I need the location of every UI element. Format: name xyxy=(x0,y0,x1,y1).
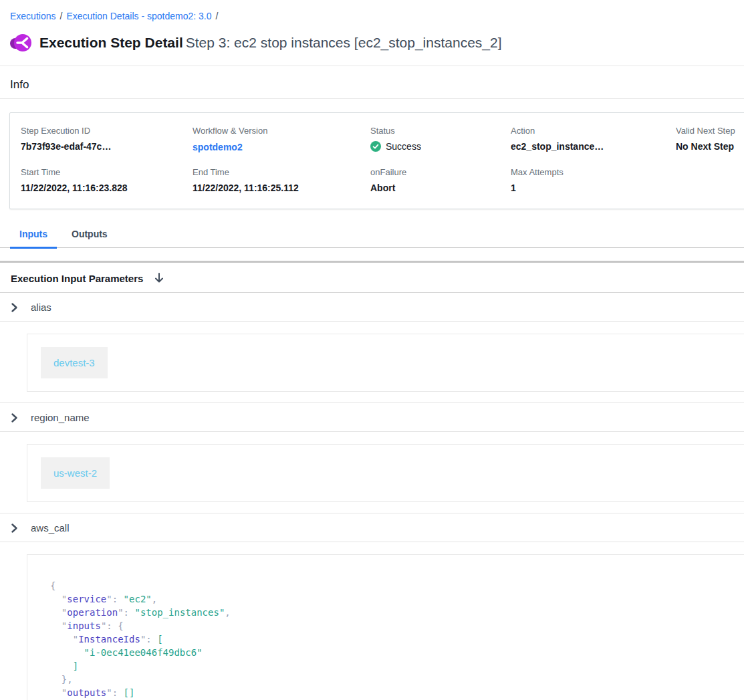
info-field-empty xyxy=(676,167,744,193)
field-label: Start Time xyxy=(21,167,193,177)
info-field-start-time: Start Time 11/22/2022, 11:16:23.828 xyxy=(21,167,193,193)
chevron-right-icon xyxy=(11,413,18,423)
section-card-aws-call: { "service": "ec2", "operation": "stop_i… xyxy=(27,554,744,700)
field-value: Abort xyxy=(370,183,511,193)
info-heading: Info xyxy=(10,78,744,92)
field-label: Step Execution ID xyxy=(21,126,193,136)
field-value: 1 xyxy=(511,183,676,193)
info-field-max-attempts: Max Attempts 1 xyxy=(511,167,676,193)
workflow-app-logo-icon xyxy=(9,31,32,54)
section-header-region-name[interactable]: region_name xyxy=(0,402,744,432)
workflow-link[interactable]: spotdemo2 xyxy=(193,142,243,152)
section-alias: alias devtest-3 xyxy=(0,293,744,392)
tab-inputs[interactable]: Inputs xyxy=(10,229,57,249)
info-field-onfailure: onFailure Abort xyxy=(370,167,511,193)
section-header-aws-call[interactable]: aws_call xyxy=(0,513,744,542)
field-label: Workflow & Version xyxy=(193,126,370,136)
info-field-valid-next-step: Valid Next Step No Next Step xyxy=(676,126,744,153)
section-label: aws_call xyxy=(31,522,70,534)
collapse-down-arrow-icon[interactable] xyxy=(154,272,164,284)
page-title: Execution Step DetailStep 3: ec2 stop in… xyxy=(39,35,502,51)
info-field-workflow-version: Workflow & Version spotdemo2 xyxy=(193,126,370,153)
chevron-right-icon xyxy=(11,523,18,534)
field-value: No Next Step xyxy=(676,141,744,152)
info-section: Info Step Execution ID 7b73f93e-edaf-47c… xyxy=(0,78,744,209)
value-chip: devtest-3 xyxy=(41,347,108,378)
execution-step-detail-page: Executions/Execution Details - spotdemo2… xyxy=(0,0,744,700)
execution-input-parameters-label: Execution Input Parameters xyxy=(11,273,143,284)
info-field-status: Status Success xyxy=(370,126,511,153)
page-title-main: Execution Step Detail xyxy=(39,35,183,50)
info-field-action: Action ec2_stop_instance… xyxy=(511,126,676,153)
page-header: Execution Step DetailStep 3: ec2 stop in… xyxy=(9,31,744,54)
breadcrumb-separator: / xyxy=(216,11,219,21)
info-card: Step Execution ID 7b73f93e-edaf-47c… Wor… xyxy=(9,112,744,209)
info-field-step-execution-id: Step Execution ID 7b73f93e-edaf-47c… xyxy=(21,126,193,153)
field-value: 11/22/2022, 11:16:25.112 xyxy=(193,183,370,193)
section-aws-call: aws_call { "service": "ec2", "operation"… xyxy=(0,513,744,700)
json-code: { "service": "ec2", "operation": "stop_i… xyxy=(50,579,744,700)
page-title-subtitle: Step 3: ec2 stop instances [ec2_stop_ins… xyxy=(186,35,502,50)
tab-outputs[interactable]: Outputs xyxy=(62,229,117,247)
section-card-region-name: us-west-2 xyxy=(27,444,744,502)
field-label: Action xyxy=(511,126,676,136)
field-label: Valid Next Step xyxy=(676,126,744,136)
header-divider xyxy=(0,66,744,66)
value-chip: us-west-2 xyxy=(41,457,110,489)
info-field-end-time: End Time 11/22/2022, 11:16:25.112 xyxy=(193,167,370,193)
section-header-alias[interactable]: alias xyxy=(0,293,744,322)
field-value: 7b73f93e-edaf-47c… xyxy=(21,141,193,152)
breadcrumb-link-executions[interactable]: Executions xyxy=(10,11,55,21)
status-text: Success xyxy=(386,141,421,152)
info-heading-divider xyxy=(0,98,744,99)
breadcrumb-separator: / xyxy=(59,11,62,21)
field-value: 11/22/2022, 11:16:23.828 xyxy=(21,183,193,193)
breadcrumb-link-execution-details[interactable]: Execution Details - spotdemo2: 3.0 xyxy=(66,11,211,21)
section-region-name: region_name us-west-2 xyxy=(0,402,744,502)
breadcrumb: Executions/Execution Details - spotdemo2… xyxy=(0,0,744,21)
success-check-icon xyxy=(370,141,381,152)
field-value: ec2_stop_instance… xyxy=(511,141,676,152)
field-label: End Time xyxy=(193,167,370,177)
field-label: Status xyxy=(370,126,511,136)
chevron-right-icon xyxy=(11,302,18,313)
section-label: alias xyxy=(31,302,51,313)
section-card-alias: devtest-3 xyxy=(27,334,744,392)
tab-bar: Inputs Outputs xyxy=(0,229,744,248)
field-label: Max Attempts xyxy=(511,167,676,177)
section-label: region_name xyxy=(31,412,90,423)
execution-input-parameters-header: Execution Input Parameters xyxy=(0,263,744,293)
status-value: Success xyxy=(370,141,511,152)
field-label: onFailure xyxy=(370,167,511,177)
